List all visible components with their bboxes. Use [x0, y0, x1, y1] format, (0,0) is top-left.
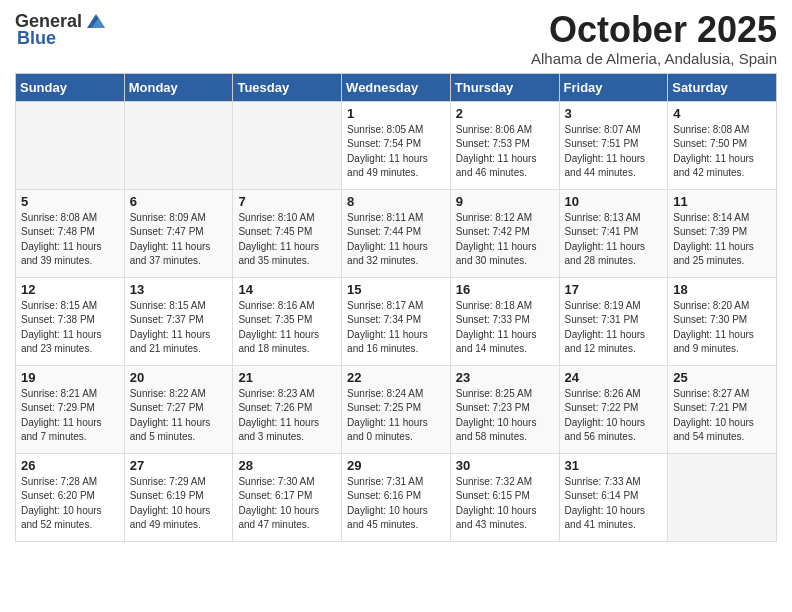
calendar-week-row: 5Sunrise: 8:08 AM Sunset: 7:48 PM Daylig…: [16, 189, 777, 277]
calendar-cell: [124, 101, 233, 189]
day-info: Sunrise: 8:17 AM Sunset: 7:34 PM Dayligh…: [347, 299, 445, 357]
day-number: 5: [21, 194, 119, 209]
calendar-cell: 19Sunrise: 8:21 AM Sunset: 7:29 PM Dayli…: [16, 365, 125, 453]
day-info: Sunrise: 8:24 AM Sunset: 7:25 PM Dayligh…: [347, 387, 445, 445]
calendar-week-row: 19Sunrise: 8:21 AM Sunset: 7:29 PM Dayli…: [16, 365, 777, 453]
logo: General Blue: [15, 10, 107, 49]
calendar-cell: 13Sunrise: 8:15 AM Sunset: 7:37 PM Dayli…: [124, 277, 233, 365]
calendar-week-row: 12Sunrise: 8:15 AM Sunset: 7:38 PM Dayli…: [16, 277, 777, 365]
weekday-header-monday: Monday: [124, 73, 233, 101]
day-info: Sunrise: 7:29 AM Sunset: 6:19 PM Dayligh…: [130, 475, 228, 533]
day-info: Sunrise: 7:33 AM Sunset: 6:14 PM Dayligh…: [565, 475, 663, 533]
day-number: 31: [565, 458, 663, 473]
logo-blue: Blue: [17, 28, 56, 49]
day-number: 16: [456, 282, 554, 297]
day-info: Sunrise: 8:11 AM Sunset: 7:44 PM Dayligh…: [347, 211, 445, 269]
weekday-header-friday: Friday: [559, 73, 668, 101]
day-number: 17: [565, 282, 663, 297]
calendar-cell: 6Sunrise: 8:09 AM Sunset: 7:47 PM Daylig…: [124, 189, 233, 277]
day-number: 25: [673, 370, 771, 385]
day-info: Sunrise: 8:26 AM Sunset: 7:22 PM Dayligh…: [565, 387, 663, 445]
day-info: Sunrise: 8:12 AM Sunset: 7:42 PM Dayligh…: [456, 211, 554, 269]
day-number: 28: [238, 458, 336, 473]
day-info: Sunrise: 8:09 AM Sunset: 7:47 PM Dayligh…: [130, 211, 228, 269]
day-info: Sunrise: 8:21 AM Sunset: 7:29 PM Dayligh…: [21, 387, 119, 445]
weekday-header-tuesday: Tuesday: [233, 73, 342, 101]
day-number: 22: [347, 370, 445, 385]
day-info: Sunrise: 8:23 AM Sunset: 7:26 PM Dayligh…: [238, 387, 336, 445]
calendar-cell: 9Sunrise: 8:12 AM Sunset: 7:42 PM Daylig…: [450, 189, 559, 277]
day-info: Sunrise: 7:30 AM Sunset: 6:17 PM Dayligh…: [238, 475, 336, 533]
day-info: Sunrise: 8:08 AM Sunset: 7:48 PM Dayligh…: [21, 211, 119, 269]
page-header: General Blue October 2025 Alhama de Alme…: [15, 10, 777, 67]
day-info: Sunrise: 8:06 AM Sunset: 7:53 PM Dayligh…: [456, 123, 554, 181]
logo-icon: [85, 10, 107, 32]
calendar-cell: 31Sunrise: 7:33 AM Sunset: 6:14 PM Dayli…: [559, 453, 668, 541]
calendar-cell: 7Sunrise: 8:10 AM Sunset: 7:45 PM Daylig…: [233, 189, 342, 277]
day-info: Sunrise: 8:25 AM Sunset: 7:23 PM Dayligh…: [456, 387, 554, 445]
day-info: Sunrise: 8:22 AM Sunset: 7:27 PM Dayligh…: [130, 387, 228, 445]
day-info: Sunrise: 7:32 AM Sunset: 6:15 PM Dayligh…: [456, 475, 554, 533]
calendar-table: SundayMondayTuesdayWednesdayThursdayFrid…: [15, 73, 777, 542]
weekday-header-thursday: Thursday: [450, 73, 559, 101]
subtitle: Alhama de Almeria, Andalusia, Spain: [531, 50, 777, 67]
day-number: 2: [456, 106, 554, 121]
calendar-cell: 15Sunrise: 8:17 AM Sunset: 7:34 PM Dayli…: [342, 277, 451, 365]
day-info: Sunrise: 8:15 AM Sunset: 7:37 PM Dayligh…: [130, 299, 228, 357]
calendar-cell: 1Sunrise: 8:05 AM Sunset: 7:54 PM Daylig…: [342, 101, 451, 189]
day-info: Sunrise: 8:19 AM Sunset: 7:31 PM Dayligh…: [565, 299, 663, 357]
day-info: Sunrise: 8:20 AM Sunset: 7:30 PM Dayligh…: [673, 299, 771, 357]
calendar-cell: 3Sunrise: 8:07 AM Sunset: 7:51 PM Daylig…: [559, 101, 668, 189]
calendar-cell: [668, 453, 777, 541]
day-number: 18: [673, 282, 771, 297]
day-number: 12: [21, 282, 119, 297]
day-number: 4: [673, 106, 771, 121]
day-number: 29: [347, 458, 445, 473]
calendar-cell: 27Sunrise: 7:29 AM Sunset: 6:19 PM Dayli…: [124, 453, 233, 541]
calendar-cell: 12Sunrise: 8:15 AM Sunset: 7:38 PM Dayli…: [16, 277, 125, 365]
calendar-cell: 20Sunrise: 8:22 AM Sunset: 7:27 PM Dayli…: [124, 365, 233, 453]
calendar-cell: 16Sunrise: 8:18 AM Sunset: 7:33 PM Dayli…: [450, 277, 559, 365]
calendar-cell: 17Sunrise: 8:19 AM Sunset: 7:31 PM Dayli…: [559, 277, 668, 365]
calendar-cell: 10Sunrise: 8:13 AM Sunset: 7:41 PM Dayli…: [559, 189, 668, 277]
calendar-cell: 21Sunrise: 8:23 AM Sunset: 7:26 PM Dayli…: [233, 365, 342, 453]
calendar-cell: 28Sunrise: 7:30 AM Sunset: 6:17 PM Dayli…: [233, 453, 342, 541]
day-number: 30: [456, 458, 554, 473]
day-number: 3: [565, 106, 663, 121]
day-number: 19: [21, 370, 119, 385]
calendar-cell: 2Sunrise: 8:06 AM Sunset: 7:53 PM Daylig…: [450, 101, 559, 189]
day-info: Sunrise: 8:16 AM Sunset: 7:35 PM Dayligh…: [238, 299, 336, 357]
day-number: 11: [673, 194, 771, 209]
month-title: October 2025: [531, 10, 777, 50]
day-info: Sunrise: 8:08 AM Sunset: 7:50 PM Dayligh…: [673, 123, 771, 181]
day-number: 1: [347, 106, 445, 121]
page-container: General Blue October 2025 Alhama de Alme…: [0, 0, 792, 552]
weekday-header-wednesday: Wednesday: [342, 73, 451, 101]
day-info: Sunrise: 8:18 AM Sunset: 7:33 PM Dayligh…: [456, 299, 554, 357]
day-info: Sunrise: 8:07 AM Sunset: 7:51 PM Dayligh…: [565, 123, 663, 181]
day-number: 24: [565, 370, 663, 385]
weekday-header-row: SundayMondayTuesdayWednesdayThursdayFrid…: [16, 73, 777, 101]
day-info: Sunrise: 8:10 AM Sunset: 7:45 PM Dayligh…: [238, 211, 336, 269]
day-info: Sunrise: 8:05 AM Sunset: 7:54 PM Dayligh…: [347, 123, 445, 181]
day-number: 27: [130, 458, 228, 473]
day-number: 20: [130, 370, 228, 385]
day-number: 21: [238, 370, 336, 385]
calendar-cell: 23Sunrise: 8:25 AM Sunset: 7:23 PM Dayli…: [450, 365, 559, 453]
calendar-cell: 11Sunrise: 8:14 AM Sunset: 7:39 PM Dayli…: [668, 189, 777, 277]
calendar-cell: 26Sunrise: 7:28 AM Sunset: 6:20 PM Dayli…: [16, 453, 125, 541]
day-number: 8: [347, 194, 445, 209]
calendar-cell: 24Sunrise: 8:26 AM Sunset: 7:22 PM Dayli…: [559, 365, 668, 453]
day-number: 9: [456, 194, 554, 209]
day-number: 10: [565, 194, 663, 209]
day-info: Sunrise: 7:28 AM Sunset: 6:20 PM Dayligh…: [21, 475, 119, 533]
calendar-cell: [233, 101, 342, 189]
calendar-cell: 25Sunrise: 8:27 AM Sunset: 7:21 PM Dayli…: [668, 365, 777, 453]
weekday-header-saturday: Saturday: [668, 73, 777, 101]
calendar-cell: 18Sunrise: 8:20 AM Sunset: 7:30 PM Dayli…: [668, 277, 777, 365]
calendar-cell: 8Sunrise: 8:11 AM Sunset: 7:44 PM Daylig…: [342, 189, 451, 277]
day-number: 23: [456, 370, 554, 385]
day-info: Sunrise: 8:27 AM Sunset: 7:21 PM Dayligh…: [673, 387, 771, 445]
day-number: 6: [130, 194, 228, 209]
calendar-cell: 30Sunrise: 7:32 AM Sunset: 6:15 PM Dayli…: [450, 453, 559, 541]
